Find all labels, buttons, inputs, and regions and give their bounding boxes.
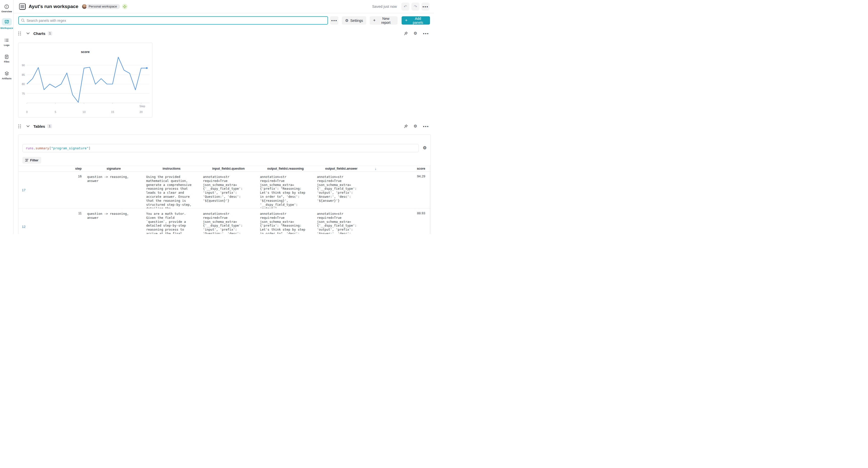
- header-actions: Saved just now ↶ ↷ ●●●: [372, 2, 430, 10]
- col-instructions[interactable]: instructions: [143, 166, 200, 171]
- sidebar-item-label: Workspace: [0, 27, 13, 29]
- table-scrollbar-track[interactable]: [430, 166, 430, 234]
- svg-text:75: 75: [22, 92, 25, 95]
- col-input-question[interactable]: input_fields\.question: [200, 166, 257, 171]
- cell-output-reasoning: annotation=str required=True json_schema…: [257, 172, 314, 208]
- tables-section-title[interactable]: Tables: [33, 124, 45, 129]
- score-chart-panel[interactable]: score 7580859005101520Step: [18, 43, 152, 118]
- cell-output-reasoning: annotation=str required=True json_schema…: [257, 208, 314, 234]
- cell-step: 16: [40, 172, 84, 208]
- cell-signature: question -> reasoning, answer: [84, 208, 143, 234]
- ellipsis-icon[interactable]: ●●●: [423, 125, 429, 128]
- charts-section-header: Charts 1 ⚙ ●●●: [18, 30, 429, 37]
- svg-text:5: 5: [55, 110, 56, 113]
- table-settings-gear-icon[interactable]: ⚙: [422, 145, 428, 151]
- gear-icon: ⚙: [345, 18, 348, 23]
- svg-text:10: 10: [82, 110, 85, 113]
- col-score[interactable]: score: [382, 166, 426, 171]
- ellipsis-icon[interactable]: ●●●: [423, 32, 429, 35]
- search-icon: [21, 19, 25, 22]
- top-header: Ayut's run workspace Personal workspace …: [13, 0, 434, 13]
- pin-icon[interactable]: [404, 31, 408, 36]
- settings-button[interactable]: ⚙Settings: [342, 16, 366, 25]
- settings-label: Settings: [350, 19, 363, 23]
- header-overflow-menu-button[interactable]: ●●●: [422, 2, 430, 10]
- table-query-input[interactable]: runs.summary["program_signature"]: [22, 144, 419, 152]
- drag-handle-icon[interactable]: [18, 125, 21, 128]
- workspace-icon: [4, 19, 9, 24]
- col-output-reasoning[interactable]: output_fields\.reasoning: [257, 166, 314, 171]
- gear-icon[interactable]: ⚙: [414, 124, 417, 128]
- charts-section-title[interactable]: Charts: [33, 31, 45, 36]
- col-step[interactable]: step: [40, 166, 84, 171]
- svg-text:0: 0: [26, 110, 28, 113]
- drag-handle-icon[interactable]: [18, 32, 21, 35]
- info-icon: [4, 4, 9, 9]
- cell-instructions: You are a math tutor. Given the field `q…: [143, 208, 200, 234]
- add-panels-label: Add panels: [409, 16, 427, 25]
- hamburger-icon: [21, 5, 24, 8]
- chevron-down-icon[interactable]: [26, 125, 30, 127]
- cell-output-answer: annotation=str required=True json_schema…: [314, 172, 369, 208]
- ellipsis-icon: ●●●: [423, 5, 429, 8]
- svg-text:Step: Step: [140, 105, 145, 108]
- toolbar-overflow-menu-button[interactable]: ●●●: [330, 16, 338, 25]
- workspace-page: Overview Workspace Logs Files: [0, 0, 434, 234]
- cell-input-question: annotation=str required=True json_schema…: [200, 172, 257, 208]
- sidebar-item-files[interactable]: Files: [0, 54, 13, 63]
- sort-arrow-down-icon[interactable]: ↓: [369, 166, 382, 171]
- tables-section-header: Tables 1 ⚙ ●●●: [18, 123, 429, 130]
- col-index: [18, 166, 40, 171]
- left-sidebar: Overview Workspace Logs Files: [0, 0, 13, 234]
- add-panels-button[interactable]: +Add panels: [402, 16, 430, 25]
- sidebar-item-artifacts[interactable]: Artifacts: [0, 71, 13, 80]
- runs-table-panel: runs.summary["program_signature"] ⚙ Filt…: [18, 134, 431, 234]
- score-line-chart: 7580859005101520Step: [18, 43, 153, 118]
- new-report-button[interactable]: +New report: [370, 16, 398, 25]
- svg-text:15: 15: [111, 110, 114, 113]
- panel-search[interactable]: [18, 16, 328, 25]
- svg-text:85: 85: [22, 73, 25, 76]
- table-row[interactable]: 12 11 question -> reasoning, answer You …: [18, 208, 431, 234]
- table-filter-row: Filter: [22, 155, 41, 165]
- ellipsis-icon: ●●●: [331, 19, 337, 22]
- sidebar-item-workspace[interactable]: Workspace: [0, 18, 13, 29]
- workspace-active-tile: [2, 18, 12, 26]
- redo-button[interactable]: ↷: [411, 2, 420, 10]
- chevron-down-icon[interactable]: [26, 32, 30, 34]
- sidebar-item-overview[interactable]: Overview: [0, 4, 13, 13]
- search-input[interactable]: [27, 19, 325, 23]
- files-icon: [4, 54, 9, 59]
- plus-icon: +: [405, 18, 407, 23]
- filter-button[interactable]: Filter: [22, 157, 41, 164]
- sidebar-item-label: Artifacts: [2, 77, 11, 80]
- undo-button[interactable]: ↶: [401, 2, 409, 10]
- svg-text:20: 20: [140, 110, 143, 113]
- pin-icon[interactable]: [404, 124, 408, 129]
- artifacts-icon: [4, 71, 9, 76]
- sparkle-icon[interactable]: [122, 4, 128, 9]
- table-header-row: step signature instructions input_fields…: [18, 166, 431, 172]
- menu-button[interactable]: [19, 3, 26, 10]
- logs-icon: [4, 38, 9, 43]
- tables-section-actions: ⚙ ●●●: [404, 124, 429, 129]
- page-title: Ayut's run workspace: [29, 4, 79, 9]
- col-signature[interactable]: signature: [84, 166, 143, 171]
- table-row[interactable]: 17 16 question -> reasoning, answer Usin…: [18, 172, 431, 208]
- col-output-answer[interactable]: output_fields\.answer: [314, 166, 369, 171]
- row-index-link[interactable]: 12: [18, 225, 40, 229]
- row-index-link[interactable]: 17: [18, 188, 40, 192]
- charts-count-badge: 1: [48, 31, 53, 35]
- charts-section-actions: ⚙ ●●●: [404, 31, 429, 36]
- filter-label: Filter: [30, 158, 38, 162]
- cell-input-question: annotation=str required=True json_schema…: [200, 208, 257, 234]
- sidebar-item-logs[interactable]: Logs: [0, 38, 13, 46]
- svg-text:80: 80: [22, 82, 25, 86]
- workspace-badge[interactable]: Personal workspace: [86, 4, 120, 9]
- gear-icon[interactable]: ⚙: [414, 31, 417, 35]
- panel-toolbar: ●●● ⚙Settings +New report +Add panels: [18, 16, 430, 25]
- undo-icon: ↶: [404, 4, 407, 9]
- plus-icon: +: [373, 18, 375, 23]
- runs-table: step signature instructions input_fields…: [18, 166, 431, 234]
- sidebar-item-label: Logs: [4, 44, 9, 46]
